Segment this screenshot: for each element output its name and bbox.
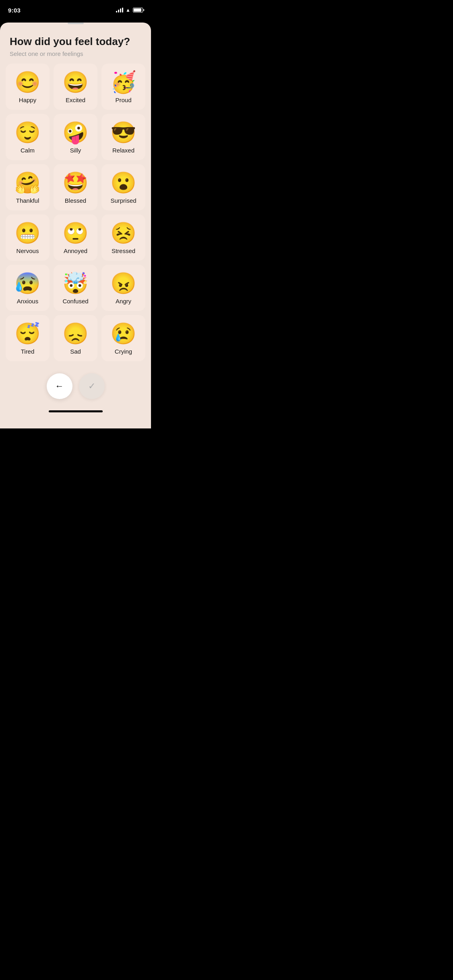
anxious-label: Anxious bbox=[17, 298, 38, 305]
back-button[interactable]: ← bbox=[47, 373, 72, 399]
sad-emoji: 😞 bbox=[62, 323, 89, 344]
stressed-emoji: 😣 bbox=[110, 222, 137, 243]
feeling-card-confused[interactable]: 🤯Confused bbox=[54, 265, 97, 311]
feeling-card-proud[interactable]: 🥳Proud bbox=[101, 64, 145, 110]
excited-emoji: 😄 bbox=[62, 72, 89, 93]
battery-icon bbox=[133, 8, 143, 12]
nervous-label: Nervous bbox=[17, 247, 39, 254]
excited-label: Excited bbox=[66, 97, 85, 103]
thankful-label: Thankful bbox=[16, 197, 39, 204]
nervous-emoji: 😬 bbox=[14, 222, 41, 243]
calm-label: Calm bbox=[21, 147, 35, 154]
feeling-card-calm[interactable]: 😌Calm bbox=[6, 114, 50, 160]
feeling-card-blessed[interactable]: 🤩Blessed bbox=[54, 164, 97, 210]
feeling-card-relaxed[interactable]: 😎Relaxed bbox=[101, 114, 145, 160]
feelings-grid: 😊Happy😄Excited🥳Proud😌Calm🤪Silly😎Relaxed🤗… bbox=[0, 64, 151, 367]
feeling-card-thankful[interactable]: 🤗Thankful bbox=[6, 164, 50, 210]
crying-label: Crying bbox=[115, 348, 132, 355]
silly-label: Silly bbox=[70, 147, 81, 154]
feeling-sheet: How did you feel today? Select one or mo… bbox=[0, 23, 151, 428]
feeling-card-anxious[interactable]: 😰Anxious bbox=[6, 265, 50, 311]
status-bar: 9:03 ▲ bbox=[0, 0, 151, 18]
calm-emoji: 😌 bbox=[14, 122, 41, 143]
silly-emoji: 🤪 bbox=[62, 122, 89, 143]
angry-label: Angry bbox=[116, 298, 131, 305]
status-icons: ▲ bbox=[116, 7, 143, 13]
crying-emoji: 😢 bbox=[110, 323, 137, 344]
tired-label: Tired bbox=[21, 348, 35, 355]
feeling-card-sad[interactable]: 😞Sad bbox=[54, 315, 97, 361]
happy-label: Happy bbox=[19, 97, 36, 103]
feeling-card-excited[interactable]: 😄Excited bbox=[54, 64, 97, 110]
annoyed-emoji: 🙄 bbox=[62, 222, 89, 243]
signal-icon bbox=[116, 8, 123, 12]
status-time: 9:03 bbox=[8, 7, 21, 14]
page-title: How did you feel today? bbox=[10, 35, 141, 48]
check-button[interactable]: ✓ bbox=[79, 373, 105, 399]
feeling-card-annoyed[interactable]: 🙄Annoyed bbox=[54, 214, 97, 261]
header: How did you feel today? Select one or mo… bbox=[0, 24, 151, 64]
feeling-card-angry[interactable]: 😠Angry bbox=[101, 265, 145, 311]
proud-emoji: 🥳 bbox=[110, 72, 137, 93]
annoyed-label: Annoyed bbox=[64, 247, 87, 254]
page-subtitle: Select one or more feelings bbox=[10, 50, 141, 57]
home-indicator bbox=[49, 410, 103, 412]
relaxed-label: Relaxed bbox=[112, 147, 134, 154]
feeling-card-nervous[interactable]: 😬Nervous bbox=[6, 214, 50, 261]
confused-label: Confused bbox=[62, 298, 88, 305]
bottom-buttons: ← ✓ bbox=[0, 367, 151, 406]
wifi-icon: ▲ bbox=[126, 7, 130, 13]
feeling-card-stressed[interactable]: 😣Stressed bbox=[101, 214, 145, 261]
feeling-card-surprised[interactable]: 😮Surprised bbox=[101, 164, 145, 210]
stressed-label: Stressed bbox=[112, 247, 135, 254]
angry-emoji: 😠 bbox=[110, 273, 137, 294]
thankful-emoji: 🤗 bbox=[14, 172, 41, 193]
confused-emoji: 🤯 bbox=[62, 273, 89, 294]
feeling-card-silly[interactable]: 🤪Silly bbox=[54, 114, 97, 160]
feeling-card-crying[interactable]: 😢Crying bbox=[101, 315, 145, 361]
surprised-emoji: 😮 bbox=[110, 172, 137, 193]
tired-emoji: 😴 bbox=[14, 323, 41, 344]
surprised-label: Surprised bbox=[110, 197, 136, 204]
happy-emoji: 😊 bbox=[14, 72, 41, 93]
blessed-label: Blessed bbox=[65, 197, 86, 204]
feeling-card-happy[interactable]: 😊Happy bbox=[6, 64, 50, 110]
relaxed-emoji: 😎 bbox=[110, 122, 137, 143]
blessed-emoji: 🤩 bbox=[62, 172, 89, 193]
feeling-card-tired[interactable]: 😴Tired bbox=[6, 315, 50, 361]
proud-label: Proud bbox=[115, 97, 131, 103]
sad-label: Sad bbox=[70, 348, 81, 355]
anxious-emoji: 😰 bbox=[14, 273, 41, 294]
